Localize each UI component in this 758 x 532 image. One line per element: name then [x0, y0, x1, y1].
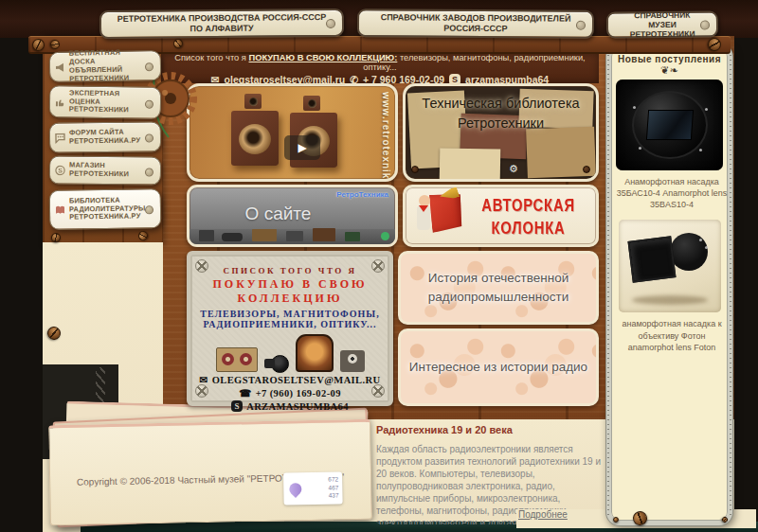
sidebar-item-library[interactable]: БИБЛИОТЕКА РАДИОЛИТЕРАТУРЫ РЕТРОТЕХНИКА.… — [49, 188, 162, 230]
play-button[interactable]: ▶ — [284, 135, 320, 160]
advert-line: ТЕЛЕВИЗОРЫ, МАГНИТОФОНЫ, — [200, 309, 379, 319]
tile-title: Интересное из истории радио — [404, 358, 593, 377]
lens-barrel — [670, 233, 708, 271]
tweeter-image — [244, 94, 262, 109]
left-sketch-background — [0, 0, 43, 532]
sidebar-item-label: ФОРУМ САЙТА РЕТРОТЕХНИКА.РУ — [69, 129, 149, 147]
tile-buy-advert[interactable]: СПИСОК ТОГО ЧТО Я ПОКУПАЮ В СВОЮ КОЛЛЕКЦ… — [187, 251, 393, 406]
skype-login[interactable]: arzamaspumba64 — [465, 74, 549, 85]
phone-icon: ✆ — [350, 74, 358, 85]
buy-list-line: Список того что я ПОКУПАЮ В СВОЮ КОЛЛЕКЦ… — [161, 53, 599, 72]
nav-button-label: СПРАВОЧНИК ЗАВОДОВ ПРОИЗВОДИТЕЛЕЙ РОССИЯ… — [372, 12, 579, 34]
play-icon: ▶ — [298, 141, 306, 154]
radio-icon — [340, 350, 365, 372]
sidebar-item-label: БИБЛИОТЕКА РАДИОЛИТЕРАТУРЫ РЕТРОТЕХНИКА.… — [69, 196, 149, 222]
advert-line: ПОКУПАЮ В СВОЮ — [213, 277, 368, 292]
shop-icon: S — [55, 165, 65, 175]
contact-header-bar: Список того что я ПОКУПАЮ В СВОЮ КОЛЛЕКЦ… — [161, 54, 599, 83]
advert-email: OLEGSTAROSELTSEV@MAIL.RU — [212, 375, 381, 385]
nav-button-alphabet[interactable]: РЕТРОТЕХНИКА ПРОИЗВОДСТВА РОССИЯ-СССР ПО… — [99, 9, 344, 39]
buy-list-prefix: Список того что я — [174, 53, 246, 62]
counter-row: 437 — [329, 492, 339, 501]
retro-device — [222, 233, 243, 241]
retro-device — [313, 228, 335, 241]
counter-logo-icon — [287, 480, 304, 497]
retrotechnika-homepage: { "colors": { "wood": "#8a4e22", "parchm… — [0, 0, 758, 532]
frame-ticks — [607, 54, 609, 515]
skype-icon: S — [231, 400, 243, 412]
tile-interesting-radio[interactable]: Интересное из истории радио — [398, 328, 599, 406]
reel-recorder-icon — [216, 347, 258, 372]
advert-skype-row: S ARZAMASPUMBA64 — [231, 400, 349, 412]
sidebar-item-label: ЭКСПЕРТНАЯ ОЦЕНКА РЕТРОТЕХНИКИ — [69, 89, 149, 115]
tile-about-video[interactable]: РетроТехника О сайте — [187, 185, 398, 247]
product-caption: Анаморфотная насадка 35БАС10-4 Anamorpho… — [616, 176, 728, 210]
tile-title: АВТОРСКАЯ КОЛОНКА — [476, 194, 581, 240]
author-line1: АВТОРСКАЯ — [476, 194, 581, 217]
lens-icon — [264, 355, 289, 372]
product-caption: анаморфотная насадка к объективу Фотон a… — [616, 318, 728, 352]
product-photo-foton-lens[interactable] — [619, 220, 721, 312]
video-tile[interactable]: ▶ www.retrotexnika.ru — [187, 83, 398, 182]
devices-illustration — [216, 334, 365, 372]
skype-icon: S — [449, 74, 460, 85]
advert-phone-row: ☎ +7 (960) 169-02-09 — [239, 387, 341, 399]
advert-line: СПИСОК ТОГО ЧТО Я — [223, 266, 356, 275]
sidebar-item-board[interactable]: БЕСПЛАТНАЯ ДОСКА ОБЪЯВЛЕНИЙ РЕТРОТЕХНИКИ — [49, 50, 162, 82]
tile-author-column[interactable]: АВТОРСКАЯ КОЛОНКА — [403, 185, 599, 247]
advert-skype: ARZAMASPUMBA64 — [246, 401, 349, 412]
tile-technical-library[interactable]: Техническая библиотека Ретротехники — [403, 83, 599, 182]
counter-row: 672 — [328, 475, 338, 484]
envelope-icon: ✉ — [200, 374, 208, 385]
retro-device — [286, 231, 303, 241]
advert-line: КОЛЛЕКЦИЮ — [238, 292, 343, 306]
phone-icon: ☎ — [239, 387, 251, 399]
visitor-counter-widget[interactable]: 672 467 437 — [283, 471, 343, 505]
nav-button-museums[interactable]: СПРАВОЧНИК МУЗЕИ РЕТРОТЕХНИКИ — [606, 10, 718, 38]
nav-button-label: СПРАВОЧНИК МУЗЕИ РЕТРОТЕХНИКИ — [620, 9, 705, 39]
product-photo-anamorphot-35bas10[interactable] — [616, 80, 723, 170]
collage-paper — [440, 148, 501, 181]
player-status-dot — [381, 232, 389, 240]
lens-screw-dot — [705, 108, 708, 111]
email-link[interactable]: olegstaroseltsev@mail.ru — [225, 74, 346, 85]
phone-number: + 7 960 169-02-09 — [363, 74, 444, 85]
megaphone-icon — [55, 62, 65, 72]
counter-row: 467 — [328, 484, 338, 492]
paper-sheet-top: Copyright © 2006-2018 Частный музей "РЕТ… — [48, 419, 372, 526]
panel-title: Новые поступления — [616, 54, 723, 64]
sidebar-item-forum[interactable]: ФОРУМ САЙТА РЕТРОТЕХНИКА.РУ — [49, 121, 161, 152]
sidebar-item-shop[interactable]: S МАГАЗИН РЕТРОТЕХНИКИ — [49, 155, 161, 185]
tile-title: Техническая библиотека Ретротехники — [406, 94, 596, 133]
screw-icon — [613, 517, 619, 523]
sidebar-item-expert[interactable]: ЭКСПЕРТНАЯ ОЦЕНКА РЕТРОТЕХНИКИ — [49, 85, 161, 119]
nav-button-factories[interactable]: СПРАВОЧНИК ЗАВОДОВ ПРОИЗВОДИТЕЛЕЙ РОССИЯ… — [357, 9, 594, 39]
article-title: Радиотехника 19 и 20 века — [376, 424, 604, 435]
svg-text:S: S — [58, 167, 63, 173]
red-banner-illustration — [428, 191, 465, 233]
frame-ticks — [730, 54, 731, 515]
new-arrivals-panel: Новые поступления ❦❧ Анаморфотная насадк… — [606, 44, 732, 525]
tweeter-image — [303, 96, 320, 111]
site-watermark: www.retrotexnika.ru — [381, 92, 391, 182]
ornament-icon: ❦❧ — [616, 65, 723, 76]
lens-glass — [645, 110, 693, 140]
right-sketch-background — [731, 0, 758, 532]
lens-shadow — [632, 295, 708, 305]
counter-values: 672 467 437 — [305, 475, 338, 501]
thumb-up-icon — [55, 97, 65, 107]
channel-watermark: РетроТехника — [336, 190, 388, 199]
screw-icon — [411, 166, 419, 173]
gear-icon: ⚙ — [509, 163, 518, 175]
sidebar-item-label: БЕСПЛАТНАЯ ДОСКА ОБЪЯВЛЕНИЙ РЕТРОТЕХНИКИ — [69, 49, 150, 84]
buy-list-suffix: телевизоры, магнитофоны, радиоприемники,… — [363, 53, 585, 72]
retro-device — [252, 229, 277, 241]
retro-tv-icon — [296, 334, 334, 372]
buy-list-link[interactable]: ПОКУПАЮ В СВОЮ КОЛЛЕКЦИЮ: — [248, 53, 397, 62]
sidebar-item-label: МАГАЗИН РЕТРОТЕХНИКИ — [69, 162, 149, 180]
author-line2: КОЛОНКА — [476, 217, 581, 239]
envelope-icon: ✉ — [211, 74, 220, 85]
tile-history-industry[interactable]: История отечественной радиопромышленност… — [398, 251, 599, 325]
advert-phone: +7 (960) 169-02-09 — [256, 388, 341, 399]
lens-screw-dot — [699, 149, 702, 151]
